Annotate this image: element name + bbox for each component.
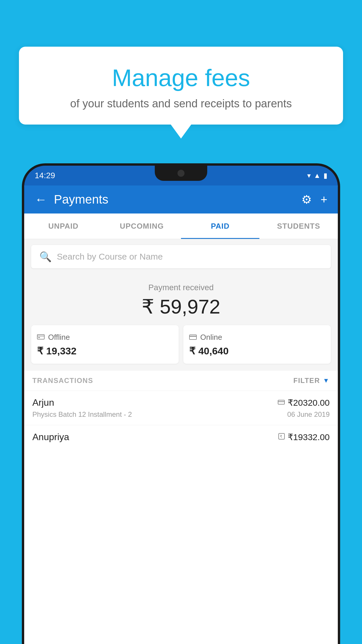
tab-upcoming[interactable]: UPCOMING [103,214,181,239]
phone-notch [155,166,207,181]
svg-rect-5 [278,400,284,404]
student-name: Arjun [32,397,54,408]
search-placeholder: Search by Course or Name [57,252,163,262]
payment-total-amount: ₹ 59,972 [31,295,331,318]
svg-rect-3 [189,335,196,340]
signal-icon: ▲ [314,172,321,180]
header-right: ⚙ + [301,193,327,206]
transaction-top: Arjun ₹20320.00 [32,397,330,408]
online-card-header: Online [189,332,325,342]
bubble-subtitle: of your students and send receipts to pa… [31,97,331,110]
transaction-top-2: Anupriya ₹ ₹19332.00 [32,432,330,442]
payment-summary: Payment received ₹ 59,972 [24,274,338,371]
search-bar[interactable]: 🔍 Search by Course or Name [31,245,331,268]
status-icons: ▾ ▲ ▮ [307,172,327,180]
amount-area: ₹20320.00 [278,398,330,408]
online-amount: ₹ 40,640 [189,345,325,357]
payment-cards: Offline ₹ 19,332 Online [31,325,331,364]
page-title: Payments [54,192,108,206]
online-card: Online ₹ 40,640 [183,325,331,364]
add-icon[interactable]: + [321,193,327,206]
status-bar: 14:29 ▾ ▲ ▮ [24,166,338,186]
camera [178,170,184,177]
transaction-bottom: Physics Batch 12 Installment - 2 06 June… [32,410,330,419]
search-icon: 🔍 [39,251,52,262]
tab-unpaid[interactable]: UNPAID [24,214,103,239]
date-detail: 06 June 2019 [287,410,330,419]
settings-icon[interactable]: ⚙ [301,193,312,206]
svg-rect-2 [38,337,40,338]
phone-inner: 14:29 ▾ ▲ ▮ ← Payments ⚙ + [24,166,338,644]
credit-card-icon [278,398,285,407]
battery-icon: ▮ [324,172,327,180]
wifi-icon: ▾ [307,172,311,180]
filter-area[interactable]: FILTER ▼ [294,377,330,385]
svg-text:₹: ₹ [280,434,282,439]
app-content: ← Payments ⚙ + UNPAID UPCOMING PAID STUD… [24,186,338,644]
course-detail: Physics Batch 12 Installment - 2 [32,410,132,419]
online-label: Online [200,333,222,342]
rupee-icon: ₹ [278,433,285,442]
offline-amount: ₹ 19,332 [37,345,173,357]
bubble-title: Manage fees [31,64,331,92]
offline-card: Offline ₹ 19,332 [31,325,179,364]
phone-mockup: 14:29 ▾ ▲ ▮ ← Payments ⚙ + [22,163,340,644]
filter-label: FILTER [294,377,320,385]
payment-received-label: Payment received [31,283,331,292]
offline-card-header: Offline [37,332,173,342]
online-icon [189,332,197,342]
transaction-row[interactable]: Arjun ₹20320.00 Physics Batch 12 Install… [24,391,338,425]
tab-students[interactable]: STUDENTS [259,214,338,239]
search-container: 🔍 Search by Course or Name [24,239,338,274]
back-button[interactable]: ← [35,192,47,206]
app-header: ← Payments ⚙ + [24,186,338,214]
offline-icon [37,332,45,342]
speech-bubble: Manage fees of your students and send re… [19,47,343,125]
offline-label: Offline [48,333,70,342]
tabs-bar: UNPAID UPCOMING PAID STUDENTS [24,214,338,239]
student-name-2: Anupriya [32,432,69,442]
status-time: 14:29 [35,171,55,180]
filter-icon: ▼ [323,377,330,384]
transaction-row-2[interactable]: Anupriya ₹ ₹19332.00 [24,425,338,451]
transactions-header: TRANSACTIONS FILTER ▼ [24,371,338,391]
amount-area-2: ₹ ₹19332.00 [278,432,330,442]
header-left: ← Payments [35,192,108,206]
tab-paid[interactable]: PAID [181,214,259,239]
transaction-amount: ₹20320.00 [288,398,330,408]
transactions-label: TRANSACTIONS [32,377,93,385]
transaction-amount-2: ₹19332.00 [288,432,330,442]
svg-rect-0 [37,335,44,339]
